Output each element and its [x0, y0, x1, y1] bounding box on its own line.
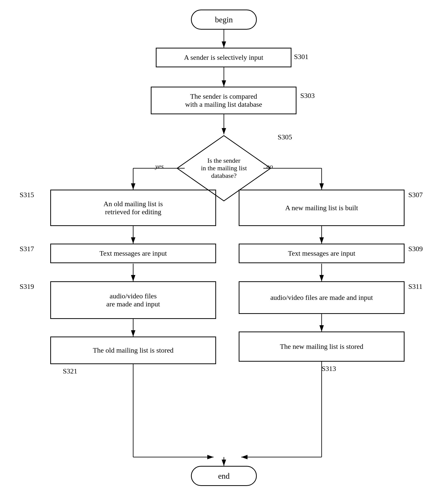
s301-node: A sender is selectively input	[156, 48, 291, 67]
s315-label: S315	[20, 191, 34, 199]
s319-label: S319	[20, 283, 34, 291]
s315-node: An old mailing list is retrieved for edi…	[50, 190, 216, 226]
s305-label: S305	[278, 133, 292, 141]
s311-label: S311	[408, 283, 423, 291]
s321-label: S321	[63, 367, 77, 375]
yes-label: yes	[155, 163, 164, 170]
s317-label: S317	[20, 245, 34, 253]
s319-node: audio/video files are made and input	[50, 281, 216, 319]
s303-label: S303	[300, 92, 315, 100]
no-label: no	[266, 163, 273, 170]
s311-node: audio/video files are made and input	[239, 281, 405, 314]
s307-node: A new mailing list is built	[239, 190, 405, 226]
s307-label: S307	[408, 191, 423, 199]
s313-node: The new mailing list is stored	[239, 332, 405, 362]
s313-label: S313	[322, 365, 336, 373]
end-node: end	[191, 466, 257, 486]
s301-label: S301	[294, 53, 309, 61]
s309-node: Text messages are input	[239, 244, 405, 263]
s309-label: S309	[408, 245, 423, 253]
begin-node: begin	[191, 10, 257, 30]
s317-node: Text messages are input	[50, 244, 216, 263]
s303-node: The sender is compared with a mailing li…	[151, 87, 296, 114]
s321-node: The old mailing list is stored	[50, 337, 216, 364]
